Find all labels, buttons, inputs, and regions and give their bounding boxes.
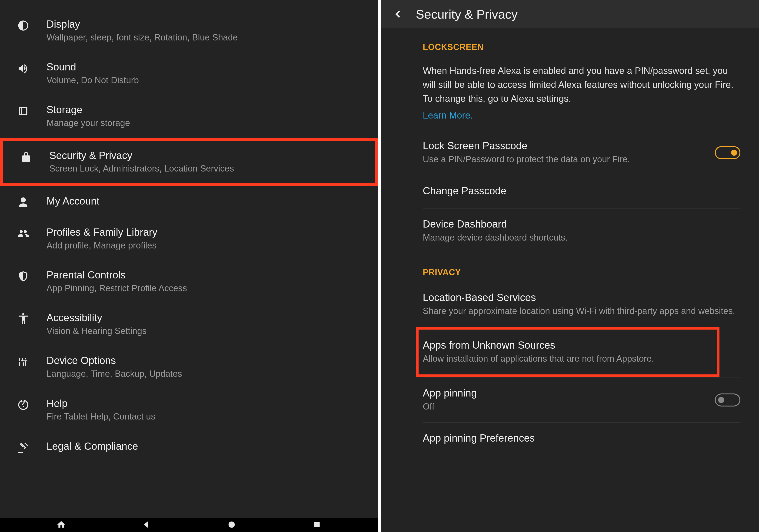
settings-item-help[interactable]: Help Fire Tablet Help, Contact us [0,389,378,431]
settings-item-title: Sound [47,61,364,73]
section-lockscreen-header: Lockscreen [423,28,740,57]
pref-subtitle: Allow installation of applications that … [423,353,714,365]
pref-subtitle: Use a PIN/Password to protect the data o… [423,153,708,165]
person-icon [14,195,32,209]
pref-app-pinning-preferences[interactable]: App pinning Preferences [423,422,740,456]
pref-unknown-sources[interactable]: Apps from Unknown Sources Allow installa… [423,329,714,374]
settings-item-sound[interactable]: Sound Volume, Do Not Disturb [0,52,378,95]
system-nav-bar [0,518,378,532]
settings-item-title: Profiles & Family Library [47,226,364,239]
settings-item-display[interactable]: Display Wallpaper, sleep, font size, Rot… [0,9,378,52]
settings-item-subtitle: App Pinning, Restrict Profile Access [47,283,364,294]
svg-point-0 [228,521,235,528]
pref-device-dashboard[interactable]: Device Dashboard Manage device dashboard… [423,208,740,253]
settings-item-title: Device Options [47,355,364,367]
settings-item-subtitle: Screen Lock, Administrators, Location Se… [49,163,361,174]
pref-subtitle: Off [423,401,708,412]
settings-item-legal[interactable]: Legal & Compliance [0,431,378,463]
settings-item-device-options[interactable]: Device Options Language, Time, Backup, U… [0,346,378,388]
section-privacy-header: Privacy [423,253,740,282]
settings-list-pane: Display Wallpaper, sleep, font size, Rot… [0,0,381,532]
lockscreen-description: When Hands-free Alexa is enabled and you… [423,57,740,110]
settings-item-storage[interactable]: Storage Manage your storage [0,95,378,137]
settings-item-title: My Account [47,195,364,207]
page-title: Security & Privacy [416,7,518,21]
nav-back-icon[interactable] [142,520,151,530]
accessibility-icon [14,312,32,325]
settings-item-subtitle: Vision & Hearing Settings [47,325,364,337]
shield-icon [14,269,32,283]
security-privacy-pane: Security & Privacy Lockscreen When Hands… [381,0,759,532]
settings-item-subtitle: Volume, Do Not Disturb [47,75,364,86]
pref-app-pinning[interactable]: App pinning Off [423,377,740,422]
settings-item-title: Legal & Compliance [47,440,364,452]
pref-lock-passcode[interactable]: Lock Screen Passcode Use a PIN/Password … [423,130,740,175]
lock-passcode-toggle[interactable] [715,146,740,159]
pref-title: Device Dashboard [423,218,740,230]
settings-item-account[interactable]: My Account [0,186,378,217]
settings-item-title: Accessibility [47,312,364,324]
help-icon [14,398,32,411]
pref-change-passcode[interactable]: Change Passcode [423,175,740,208]
pref-subtitle: Share your approximate location using Wi… [423,305,740,317]
settings-item-title: Help [47,398,364,410]
lock-icon [17,149,35,163]
learn-more-link[interactable]: Learn More. [423,110,740,130]
settings-item-title: Parental Controls [47,269,364,281]
people-icon [14,226,32,240]
nav-circle-icon[interactable] [227,520,236,530]
settings-item-subtitle: Fire Tablet Help, Contact us [47,411,364,422]
settings-item-subtitle: Manage your storage [47,117,364,129]
app-pinning-toggle[interactable] [715,394,740,406]
header-bar: Security & Privacy [381,0,759,28]
pref-title: App pinning [423,387,708,399]
gavel-icon [14,440,32,454]
settings-item-title: Storage [47,104,364,116]
settings-item-subtitle: Language, Time, Backup, Updates [47,368,364,380]
settings-item-title: Display [47,18,364,30]
nav-home-icon[interactable] [57,520,66,530]
settings-item-parental[interactable]: Parental Controls App Pinning, Restrict … [0,260,378,303]
pref-title: Lock Screen Passcode [423,140,708,152]
svg-rect-1 [314,522,320,527]
pref-title: Location-Based Services [423,292,740,303]
pref-title: App pinning Preferences [423,432,740,444]
sound-icon [14,61,32,74]
back-button[interactable] [392,10,404,19]
settings-item-subtitle: Add profile, Manage profiles [47,240,364,251]
settings-item-subtitle: Wallpaper, sleep, font size, Rotation, B… [47,32,364,43]
settings-item-accessibility[interactable]: Accessibility Vision & Hearing Settings [0,303,378,346]
settings-item-security[interactable]: Security & Privacy Screen Lock, Administ… [0,138,378,186]
pref-subtitle: Manage device dashboard shortcuts. [423,232,740,244]
pref-title: Apps from Unknown Sources [423,339,714,351]
display-icon [14,18,32,32]
pref-location-services[interactable]: Location-Based Services Share your appro… [423,282,740,327]
nav-recent-icon[interactable] [312,520,322,530]
storage-icon [14,104,32,117]
settings-item-profiles[interactable]: Profiles & Family Library Add profile, M… [0,217,378,260]
pref-title: Change Passcode [423,185,740,197]
sliders-icon [14,355,32,368]
settings-item-title: Security & Privacy [49,149,361,162]
